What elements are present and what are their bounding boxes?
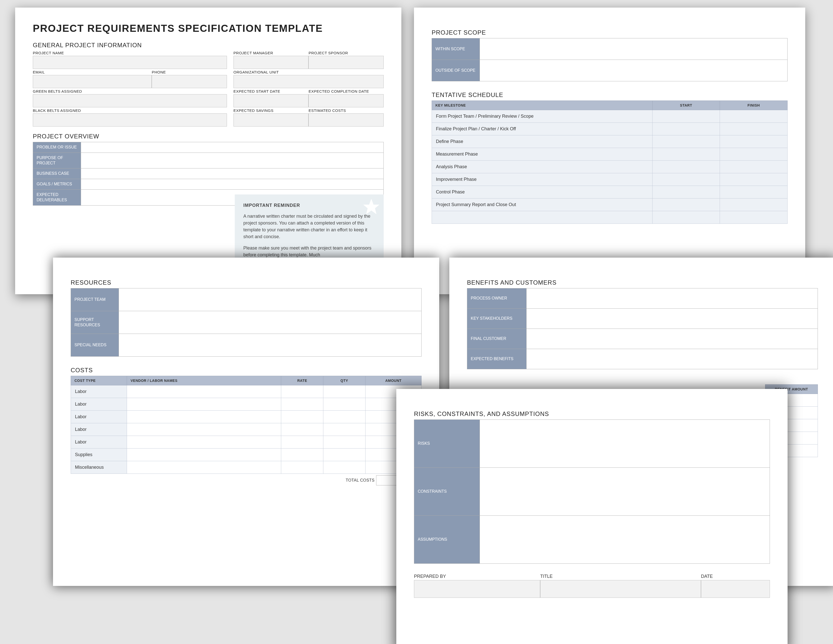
schedule-table: KEY MILESTONE START FINISH Form Project … [432,100,788,224]
page-1-left: PROJECT REQUIREMENTS SPECIFICATION TEMPL… [15,8,401,294]
label-expected-completion: EXPECTED COMPLETION DATE [309,89,384,93]
reminder-p2: Please make sure you meet with the proje… [243,245,375,258]
finish-cell[interactable] [720,211,788,224]
risk-cell[interactable] [480,516,770,564]
qty-cell[interactable] [323,385,365,398]
label-date: DATE [701,574,770,579]
rate-cell[interactable] [281,436,323,449]
start-cell[interactable] [652,110,720,123]
benefit-cell[interactable] [527,309,818,329]
reminder-p1: A narrative written charter must be circ… [243,213,375,240]
resource-cell[interactable] [119,311,421,334]
vendor-cell[interactable] [127,385,281,398]
finish-cell[interactable] [720,110,788,123]
benefit-label: EXPECTED BENEFITS [467,349,527,369]
start-cell[interactable] [652,211,720,224]
input-green-belts[interactable] [33,94,227,107]
table-row: Form Project Team / Preliminary Review /… [432,110,788,123]
benefits-table: PROCESS OWNER KEY STAKEHOLDERS FINAL CUS… [467,288,818,369]
vendor-cell[interactable] [127,398,281,411]
input-project-manager[interactable] [233,56,309,69]
input-expected-start[interactable] [233,94,309,107]
milestone-cell: Control Phase [432,186,653,198]
milestone-cell: Analysis Phase [432,161,653,173]
input-project-sponsor[interactable] [309,56,384,69]
vendor-cell[interactable] [127,449,281,461]
finish-cell[interactable] [720,161,788,173]
start-cell[interactable] [652,135,720,148]
label-black-belts: BLACK BELTS ASSIGNED [33,108,227,113]
vendor-cell[interactable] [127,461,281,474]
vendor-cell[interactable] [127,436,281,449]
risk-cell[interactable] [480,420,770,468]
scope-label: WITHIN SCOPE [432,39,480,60]
start-cell[interactable] [652,161,720,173]
finish-cell[interactable] [720,186,788,198]
overview-cell[interactable] [81,142,384,153]
input-black-belts[interactable] [33,113,227,127]
rate-cell[interactable] [281,423,323,436]
qty-cell[interactable] [323,449,365,461]
rate-cell[interactable] [281,449,323,461]
overview-cell[interactable] [81,179,384,190]
start-cell[interactable] [652,186,720,198]
input-project-name[interactable] [33,56,227,69]
rate-cell[interactable] [281,385,323,398]
section-schedule: TENTATIVE SCHEDULE [432,92,788,98]
resource-cell[interactable] [119,334,421,357]
milestone-cell[interactable] [432,211,653,224]
rate-cell[interactable] [281,398,323,411]
input-title[interactable] [540,580,701,598]
finish-cell[interactable] [720,148,788,161]
vendor-cell[interactable] [127,411,281,423]
input-estimated-costs[interactable] [309,113,384,127]
finish-cell[interactable] [720,123,788,135]
qty-cell[interactable] [323,398,365,411]
schedule-header: KEY MILESTONE [432,101,653,110]
input-email[interactable] [33,75,152,88]
finish-cell[interactable] [720,135,788,148]
benefit-cell[interactable] [527,329,818,349]
qty-cell[interactable] [323,423,365,436]
table-row: Labor [71,423,421,436]
overview-cell[interactable] [81,169,384,179]
input-expected-savings[interactable] [233,113,309,127]
finish-cell[interactable] [720,173,788,186]
overview-cell[interactable] [81,153,384,169]
table-row: Supplies [71,449,421,461]
resource-cell[interactable] [119,288,421,311]
input-date[interactable] [701,580,770,598]
table-row: Labor [71,411,421,423]
qty-cell[interactable] [323,411,365,423]
qty-cell[interactable] [323,461,365,474]
label-expected-savings: EXPECTED SAVINGS [233,108,309,113]
overview-label: GOALS / METRICS [33,179,81,190]
input-org-unit[interactable] [233,75,384,88]
cost-type-cell: Labor [71,385,127,398]
schedule-header: START [652,101,720,110]
input-phone[interactable] [152,75,227,88]
benefit-cell[interactable] [527,349,818,369]
start-cell[interactable] [652,148,720,161]
scope-cell[interactable] [480,39,788,60]
start-cell[interactable] [652,123,720,135]
rate-cell[interactable] [281,411,323,423]
section-overview: PROJECT OVERVIEW [33,133,384,140]
table-row: Finalize Project Plan / Charter / Kick O… [432,123,788,135]
section-general: GENERAL PROJECT INFORMATION [33,42,384,49]
finish-cell[interactable] [720,198,788,211]
table-row: Labor [71,398,421,411]
benefit-cell[interactable] [527,288,818,309]
start-cell[interactable] [652,198,720,211]
scope-cell[interactable] [480,60,788,81]
risk-cell[interactable] [480,468,770,516]
input-expected-completion[interactable] [309,94,384,107]
risk-label: ASSUMPTIONS [414,516,480,564]
input-prepared-by[interactable] [414,580,540,598]
table-row: Labor [71,385,421,398]
start-cell[interactable] [652,173,720,186]
qty-cell[interactable] [323,436,365,449]
vendor-cell[interactable] [127,423,281,436]
table-row: Control Phase [432,186,788,198]
rate-cell[interactable] [281,461,323,474]
